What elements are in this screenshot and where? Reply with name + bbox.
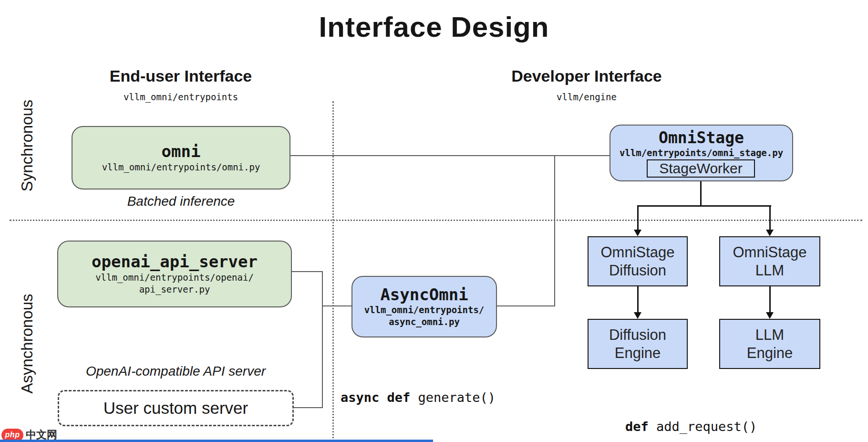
stage-llm-line2: LLM	[733, 262, 806, 279]
omni-box: omni vllm_omni/entrypoints/omni.py	[72, 126, 290, 189]
omni-stage-llm-box: OmniStage LLM	[719, 236, 820, 286]
page-title: Interface Design	[0, 11, 868, 43]
code-keyword: def	[625, 419, 649, 434]
openai-compatible-caption: OpenAI-compatible API server	[58, 364, 294, 379]
connector-usercustom-stub	[294, 407, 323, 408]
stage-diffusion-line1: OmniStage	[600, 243, 674, 261]
stage-worker-label: StageWorker	[659, 160, 743, 177]
arrowhead-stage-llm-icon	[766, 230, 774, 236]
omni-stage-title: OmniStage	[659, 129, 744, 147]
omni-box-title: omni	[162, 142, 201, 161]
connector-junction-vertical	[554, 155, 555, 306]
code-text: add_request()	[649, 419, 757, 434]
branch-cross-line	[637, 205, 771, 207]
user-custom-server-box: User custom server	[58, 390, 294, 426]
arrow-to-stage-llm	[769, 205, 771, 230]
code-keyword: async def	[341, 390, 410, 405]
llm-engine-box: LLM Engine	[719, 319, 820, 369]
connector-asyncomni-to-junction	[497, 305, 555, 306]
column-header-end-user: End-user Interface	[62, 67, 300, 85]
async-omni-box: AsyncOmni vllm_omni/entrypoints/ async_o…	[351, 276, 497, 337]
async-omni-path-line1: vllm_omni/entrypoints/	[364, 304, 485, 316]
stageworker-stem-line	[700, 177, 702, 206]
connector-left-vertical	[322, 271, 323, 408]
arrow-to-llm-engine	[769, 286, 771, 313]
stage-worker-box: StageWorker	[647, 159, 755, 178]
arrowhead-diffusion-engine-icon	[634, 312, 641, 319]
code-line: def add_request()	[625, 418, 773, 435]
user-custom-server-label: User custom server	[103, 399, 248, 418]
async-omni-title: AsyncOmni	[380, 285, 468, 304]
omni-box-path: vllm_omni/entrypoints/omni.py	[102, 161, 260, 173]
stage-diffusion-line2: Diffusion	[600, 262, 674, 279]
diffusion-engine-box: Diffusion Engine	[588, 319, 688, 369]
llm-engine-line1: LLM	[747, 326, 793, 344]
code-text: generate()	[410, 390, 496, 405]
openai-api-server-box: openai_api_server vllm_omni/entrypoints/…	[57, 241, 292, 307]
code-line: async def generate()	[341, 389, 527, 407]
bottom-blue-bar	[0, 440, 433, 442]
arrow-to-stage-diffusion	[637, 205, 639, 230]
openai-box-path-line1: vllm_omni/entrypoints/openai/	[95, 272, 254, 284]
batched-inference-caption: Batched inference	[72, 194, 290, 209]
column-subtitle-developer: vllm/engine	[467, 92, 706, 102]
arrowhead-stage-diffusion-icon	[634, 230, 641, 236]
connector-to-asyncomni-left	[322, 305, 352, 306]
diffusion-engine-line2: Engine	[609, 344, 666, 362]
slide-canvas: Interface Design End-user Interface vllm…	[0, 0, 868, 442]
async-omni-path-line2: async_omni.py	[389, 316, 460, 328]
row-label-synchronous: Synchronous	[18, 74, 37, 217]
horizontal-dotted-divider	[10, 220, 862, 221]
column-subtitle-end-user: vllm_omni/entrypoints	[62, 92, 300, 102]
stage-llm-line1: OmniStage	[733, 243, 806, 261]
omni-stage-diffusion-box: OmniStage Diffusion	[588, 236, 688, 286]
async-code-block: async def generate() async def abort() +…	[341, 352, 527, 442]
diffusion-engine-line1: Diffusion	[609, 326, 666, 344]
arrow-to-diffusion-engine	[637, 286, 639, 313]
vertical-dotted-divider	[332, 101, 334, 442]
openai-box-title: openai_api_server	[92, 253, 258, 271]
omni-stage-path: vllm/entrypoints/omni_stage.py	[620, 147, 783, 159]
llm-engine-line2: Engine	[747, 344, 793, 362]
connector-omni-to-omnistage	[290, 155, 610, 156]
row-label-asynchronous: Asynchronous	[18, 272, 37, 415]
connector-openai-stub	[292, 271, 323, 272]
column-header-developer: Developer Interface	[467, 67, 706, 85]
def-code-block: def add_request() def abort_request() de…	[625, 382, 773, 442]
openai-box-path-line2: api_server.py	[139, 284, 210, 295]
arrowhead-llm-engine-icon	[766, 312, 774, 319]
